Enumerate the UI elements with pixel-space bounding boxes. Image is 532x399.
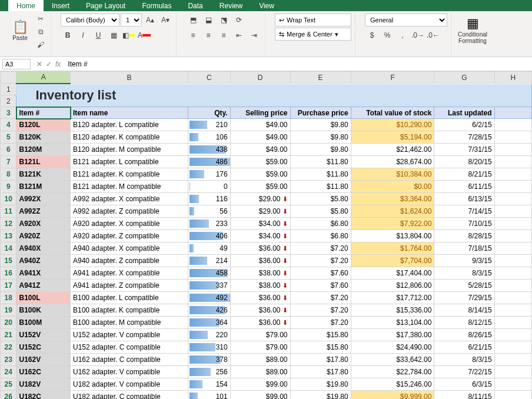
cell[interactable] <box>494 329 531 341</box>
cell[interactable]: $9.80 <box>290 131 351 144</box>
cell[interactable]: U162 adapter. V compatible <box>71 366 188 378</box>
row-header[interactable]: 14 <box>1 242 16 255</box>
cell[interactable] <box>494 341 531 354</box>
cell[interactable]: 7/31/15 <box>434 144 494 156</box>
cell[interactable]: 256 <box>188 366 230 378</box>
cell[interactable]: Total value of stock <box>351 107 434 119</box>
cell[interactable]: A940 adapter. X compatible <box>71 242 188 255</box>
row-header[interactable]: 25 <box>1 378 16 391</box>
row-header[interactable]: 21 <box>1 329 16 341</box>
column-header-G[interactable]: G <box>434 72 494 84</box>
cell[interactable]: $15.80 <box>290 341 351 354</box>
cell[interactable]: 8/21/15 <box>434 168 494 181</box>
cell[interactable]: 7/29/15 <box>434 292 494 304</box>
cell[interactable]: U152V <box>16 329 71 341</box>
cell[interactable]: $13,104.00 <box>351 317 434 329</box>
cell[interactable]: 176 <box>188 168 230 181</box>
cell[interactable]: 7/28/15 <box>434 131 494 144</box>
cell[interactable]: A941X <box>16 267 71 280</box>
cell[interactable]: $36.00⬇ <box>230 317 290 329</box>
cell[interactable]: 116 <box>188 193 230 205</box>
cell[interactable]: A940Z <box>16 255 71 267</box>
cell[interactable]: 0 <box>188 181 230 193</box>
cell[interactable]: $9.80 <box>290 144 351 156</box>
cell[interactable]: $11.80 <box>290 181 351 193</box>
cell[interactable]: B120 adapter. L compatible <box>71 119 188 131</box>
cell[interactable]: $99.00 <box>230 391 290 400</box>
cell[interactable]: $7.60 <box>290 267 351 280</box>
row-header[interactable]: 3 <box>1 107 16 119</box>
row-header[interactable]: 17 <box>1 280 16 292</box>
cell[interactable]: 8/12/15 <box>434 317 494 329</box>
name-box[interactable] <box>2 59 31 69</box>
cell[interactable]: A920 adapter. X compatible <box>71 218 188 230</box>
cell[interactable]: 458 <box>188 267 230 280</box>
cell[interactable]: $7,704.00 <box>351 255 434 267</box>
cell[interactable]: $24,490.00 <box>351 341 434 354</box>
cell[interactable]: 364 <box>188 317 230 329</box>
cell[interactable]: U152C <box>16 341 71 354</box>
cell[interactable]: 438 <box>188 144 230 156</box>
cell[interactable]: $59.00 <box>230 156 290 168</box>
increase-decimal-button[interactable]: .0→ <box>411 29 425 42</box>
italic-button[interactable]: I <box>76 29 90 42</box>
cell[interactable]: 6/21/15 <box>434 341 494 354</box>
row-header[interactable]: 2 <box>1 95 16 107</box>
column-header-A[interactable]: A <box>16 72 71 84</box>
cell[interactable]: 337 <box>188 280 230 292</box>
cell[interactable]: 492 <box>188 292 230 304</box>
cell[interactable]: $9.80 <box>290 119 351 131</box>
column-header-F[interactable]: F <box>351 72 434 84</box>
cell[interactable]: $11.80 <box>290 156 351 168</box>
cell[interactable]: $49.00 <box>230 144 290 156</box>
cell[interactable]: $15.80 <box>290 329 351 341</box>
cell[interactable]: $5.80 <box>290 205 351 218</box>
cell[interactable]: 8/26/15 <box>434 329 494 341</box>
row-header[interactable]: 11 <box>1 205 16 218</box>
bold-button[interactable]: B <box>61 29 75 42</box>
align-center-button[interactable]: ≡ <box>201 29 215 42</box>
cell[interactable]: $7.20 <box>290 304 351 317</box>
cell[interactable]: $21,462.00 <box>351 144 434 156</box>
row-header[interactable]: 7 <box>1 156 16 168</box>
cell[interactable]: B121K <box>16 168 71 181</box>
cell[interactable] <box>494 193 531 205</box>
cell[interactable] <box>494 181 531 193</box>
cell[interactable]: U182C <box>16 391 71 400</box>
cell[interactable]: $59.00 <box>230 168 290 181</box>
row-header[interactable]: 24 <box>1 366 16 378</box>
cell[interactable]: $9,999.00 <box>351 391 434 400</box>
align-bottom-button[interactable]: ⬔ <box>217 14 231 26</box>
cell[interactable] <box>494 378 531 391</box>
cell[interactable]: $36.00⬇ <box>230 292 290 304</box>
increase-indent-button[interactable]: ⇥ <box>247 29 261 42</box>
format-painter-button[interactable]: 🖌 <box>34 39 47 50</box>
cell[interactable]: 378 <box>188 354 230 366</box>
row-header[interactable]: 8 <box>1 168 16 181</box>
cell[interactable] <box>494 280 531 292</box>
decrease-decimal-button[interactable]: .0← <box>426 29 440 42</box>
cell[interactable] <box>494 218 531 230</box>
cell[interactable] <box>494 119 531 131</box>
column-header-C[interactable]: C <box>188 72 230 84</box>
cell[interactable]: $5.80 <box>290 193 351 205</box>
cell[interactable] <box>494 131 531 144</box>
cell[interactable]: A940 adapter. Z compatible <box>71 255 188 267</box>
border-button[interactable]: ▦ <box>107 29 121 42</box>
cell[interactable]: $34.00⬇ <box>230 230 290 242</box>
cell[interactable]: B121L <box>16 156 71 168</box>
comma-button[interactable]: , <box>395 29 410 42</box>
cell[interactable]: B120M <box>16 144 71 156</box>
cell[interactable]: A992X <box>16 193 71 205</box>
cell[interactable]: $1,624.00 <box>351 205 434 218</box>
currency-button[interactable]: $ <box>365 29 379 42</box>
cell[interactable]: $19.80 <box>290 378 351 391</box>
font-color-button[interactable]: A <box>137 29 151 42</box>
cell[interactable]: B100 adapter. K compatible <box>71 304 188 317</box>
cell[interactable]: A920X <box>16 218 71 230</box>
cell[interactable]: 8/14/15 <box>434 304 494 317</box>
cell[interactable]: 406 <box>188 230 230 242</box>
row-header[interactable]: 20 <box>1 317 16 329</box>
cell[interactable]: A941Z <box>16 280 71 292</box>
cell[interactable]: 8/3/15 <box>434 267 494 280</box>
